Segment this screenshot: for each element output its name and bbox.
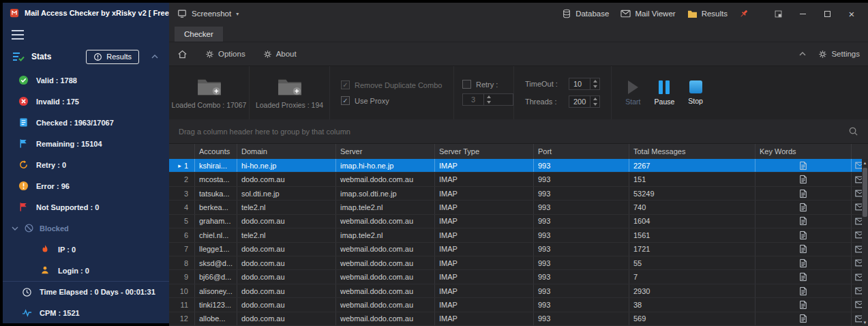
cell-server-type[interactable]: IMAP <box>435 256 534 269</box>
dock-window-icon[interactable] <box>766 5 790 23</box>
stat-retry[interactable]: Retry : 0 <box>3 154 169 175</box>
cell-server[interactable]: webmail.dodo.com.au <box>336 270 435 283</box>
cell-port[interactable]: 993 <box>534 256 629 269</box>
cell-port[interactable]: 993 <box>534 284 629 297</box>
cell-domain[interactable]: hi-ho.ne.jp <box>237 159 336 172</box>
stat-checked[interactable]: Checked : 1963/17067 <box>3 112 169 133</box>
cell-key-words[interactable] <box>755 312 852 325</box>
table-row[interactable]: 10alisoney...dodo.com.auwebmail.dodo.com… <box>169 284 868 298</box>
cell-domain[interactable]: dodo.com.au <box>237 243 336 256</box>
cell-domain[interactable]: dodo.com.au <box>237 173 336 186</box>
cell-accounts[interactable]: chiel.nl... <box>195 228 237 241</box>
stat-error[interactable]: Error : 96 <box>3 175 169 196</box>
cell-server[interactable]: webmail.dodo.com.au <box>336 298 435 311</box>
stat-time-elapsed[interactable]: Time Elapsed : 0 Days - 00:01:31 <box>3 281 169 302</box>
scrollbar-thumb[interactable] <box>863 168 867 217</box>
cell-key-words[interactable] <box>755 201 852 213</box>
cell-accounts[interactable]: allobe... <box>195 312 237 325</box>
stepper-up-icon[interactable] <box>590 96 599 102</box>
cell-total-messages[interactable]: 38 <box>629 298 755 311</box>
cell-domain[interactable]: tele2.nl <box>237 228 336 241</box>
cell-key-words[interactable] <box>755 256 852 269</box>
cell-key-words[interactable] <box>755 187 852 200</box>
collapse-stats-icon[interactable] <box>151 55 158 59</box>
cell-domain[interactable]: sol.dti.ne.jp <box>237 187 336 200</box>
cell-server[interactable]: webmail.dodo.com.au <box>336 284 435 297</box>
database-button[interactable]: Database <box>562 9 609 18</box>
table-row[interactable]: 8sksd@d...dodo.com.auwebmail.dodo.com.au… <box>169 256 868 270</box>
cell-total-messages[interactable]: 1561 <box>629 228 755 241</box>
cell-server[interactable]: imap.tele2.nl <box>336 201 435 213</box>
tab-checker[interactable]: Checker <box>175 27 223 42</box>
cell-server[interactable]: imap.sol.dti.ne.jp <box>336 187 435 200</box>
cell-accounts[interactable]: kshirai... <box>195 159 237 172</box>
document-icon[interactable] <box>799 286 807 296</box>
menu-toggle-button[interactable] <box>3 23 169 44</box>
document-icon[interactable] <box>799 161 807 171</box>
cell-total-messages[interactable]: 740 <box>629 201 755 213</box>
column-header-key-words[interactable]: Key Words <box>755 144 852 159</box>
stepper-down-icon[interactable] <box>484 100 493 105</box>
cell-domain[interactable]: dodo.com.au <box>237 284 336 297</box>
table-row[interactable]: 2mcosta...dodo.com.auwebmail.dodo.com.au… <box>169 173 868 186</box>
stat-blocked-ip[interactable]: IP : 0 <box>3 239 169 260</box>
collapse-ribbon-icon[interactable] <box>799 52 806 56</box>
table-row[interactable]: 7llegge1...dodo.com.auwebmail.dodo.com.a… <box>169 243 868 256</box>
cell-accounts[interactable]: llegge1... <box>195 243 237 256</box>
cell-server[interactable]: webmail.dodo.com.au <box>336 312 435 325</box>
cell-domain[interactable]: tele2.nl <box>237 201 336 213</box>
cell-port[interactable]: 993 <box>534 159 629 172</box>
cell-server[interactable]: imap.hi-ho.ne.jp <box>336 159 435 172</box>
stat-remaining[interactable]: Remaining : 15104 <box>3 133 169 154</box>
table-row[interactable]: 12allobe...dodo.com.auwebmail.dodo.com.a… <box>169 312 868 326</box>
search-icon[interactable] <box>848 126 858 136</box>
column-header-server[interactable]: Server <box>336 144 435 159</box>
cell-total-messages[interactable]: 1721 <box>629 243 755 256</box>
cell-port[interactable]: 993 <box>534 270 629 283</box>
table-row[interactable]: 5graham...dodo.com.auwebmail.dodo.com.au… <box>169 215 868 228</box>
timeout-stepper[interactable]: 10 <box>569 78 600 90</box>
close-button[interactable]: × <box>839 5 864 23</box>
table-row[interactable]: 3tatsuka...sol.dti.ne.jpimap.sol.dti.ne.… <box>169 187 868 201</box>
table-row[interactable]: 9bj66@d...dodo.com.auwebmail.dodo.com.au… <box>169 270 868 284</box>
cell-accounts[interactable]: sksd@d... <box>195 256 237 269</box>
document-icon[interactable] <box>799 231 807 240</box>
cell-server[interactable]: webmail.dodo.com.au <box>336 173 435 186</box>
column-header-accounts[interactable]: Accounts <box>195 144 237 159</box>
document-icon[interactable] <box>799 203 807 212</box>
cell-server-type[interactable]: IMAP <box>435 243 534 256</box>
cell-port[interactable]: 993 <box>534 228 629 241</box>
document-icon[interactable] <box>799 175 807 184</box>
cell-accounts[interactable]: mcosta... <box>195 173 237 186</box>
document-icon[interactable] <box>799 189 807 198</box>
table-row[interactable]: 4berkea...tele2.nlimap.tele2.nlIMAP99374… <box>169 201 868 214</box>
tab-about[interactable]: About <box>263 50 297 59</box>
cell-key-words[interactable] <box>755 215 852 228</box>
cell-server-type[interactable]: IMAP <box>435 173 534 186</box>
cell-total-messages[interactable]: 151 <box>629 173 755 186</box>
cell-key-words[interactable] <box>755 284 852 297</box>
cell-total-messages[interactable]: 53249 <box>629 187 755 200</box>
vertical-scrollbar[interactable]: ▲ ▼ <box>862 159 868 326</box>
start-button[interactable]: Start <box>625 80 640 106</box>
threads-stepper[interactable]: 200 <box>569 95 600 108</box>
cell-total-messages[interactable]: 55 <box>629 256 755 269</box>
scroll-down-icon[interactable]: ▼ <box>863 318 867 326</box>
mail-viewer-button[interactable]: Mail Viewer <box>620 10 675 18</box>
document-icon[interactable] <box>799 300 807 310</box>
cell-total-messages[interactable]: 2930 <box>629 284 755 297</box>
table-row[interactable]: 11tinki123...dodo.com.auwebmail.dodo.com… <box>169 298 868 312</box>
cell-server[interactable]: webmail.dodo.com.au <box>336 215 435 228</box>
document-icon[interactable] <box>799 314 807 323</box>
cell-port[interactable]: 993 <box>534 173 629 186</box>
cell-key-words[interactable] <box>755 298 852 311</box>
screenshot-button[interactable]: Screenshot ▾ <box>177 9 239 18</box>
retry-checkbox[interactable]: Retry : <box>462 80 513 89</box>
scroll-up-icon[interactable]: ▲ <box>863 159 867 166</box>
pause-button[interactable]: Pause <box>655 80 675 106</box>
load-proxies-button[interactable]: Loaded Proxies : 194 <box>250 66 330 119</box>
cell-key-words[interactable] <box>755 228 852 241</box>
cell-domain[interactable]: dodo.com.au <box>237 312 336 325</box>
cell-accounts[interactable]: berkea... <box>195 201 237 213</box>
cell-port[interactable]: 993 <box>534 187 629 200</box>
